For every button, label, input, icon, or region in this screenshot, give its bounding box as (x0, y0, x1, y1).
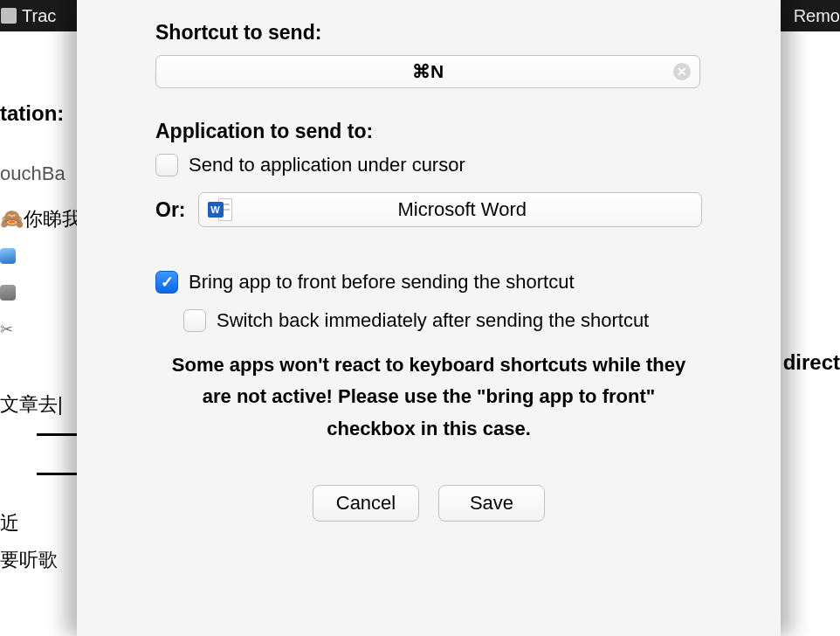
scissors-icon: ✂ (0, 320, 13, 339)
dialog-sheet: Shortcut to send: ⌘N ✕ Application to se… (77, 0, 781, 636)
bg-label-tation: tation: (0, 101, 64, 126)
switch-back-row[interactable]: Switch back immediately after sending th… (183, 309, 702, 332)
switch-back-label: Switch back immediately after sending th… (217, 309, 649, 332)
titlebar-left-text: Trac (22, 6, 56, 26)
application-picker[interactable]: W Microsoft Word (198, 192, 703, 227)
save-button[interactable]: Save (438, 485, 545, 522)
warning-note: Some apps won't react to keyboard shortc… (155, 349, 702, 445)
bring-front-label: Bring app to front before sending the sh… (189, 271, 575, 294)
bg-blue-icon (0, 248, 16, 264)
bring-front-row[interactable]: Bring app to front before sending the sh… (155, 271, 702, 294)
or-row: Or: W Microsoft Word (155, 192, 702, 227)
bg-rule (37, 433, 77, 436)
or-label: Or: (155, 198, 186, 222)
app-header: Application to send to: (155, 120, 702, 143)
bg-row-4: 要听歌 (0, 547, 58, 573)
word-icon: W (208, 198, 232, 221)
application-name: Microsoft Word (232, 198, 693, 221)
dialog-content: Shortcut to send: ⌘N ✕ Application to se… (77, 0, 781, 522)
send-under-cursor-checkbox[interactable] (155, 154, 178, 176)
switch-back-checkbox[interactable] (183, 309, 206, 332)
send-under-cursor-row[interactable]: Send to application under cursor (155, 154, 702, 176)
bg-rule (37, 473, 77, 475)
bg-label-ouchba: ouchBa (0, 162, 65, 185)
clear-icon[interactable]: ✕ (673, 63, 691, 80)
shortcut-input[interactable]: ⌘N ✕ (155, 55, 700, 88)
shortcut-value: ⌘N (412, 61, 444, 82)
button-row: Cancel Save (155, 485, 702, 522)
bring-front-checkbox[interactable] (155, 271, 178, 294)
cancel-button[interactable]: Cancel (313, 485, 419, 522)
shortcut-header: Shortcut to send: (155, 21, 702, 45)
bg-row-1: 🙈你睇我 (0, 206, 81, 232)
send-under-cursor-label: Send to application under cursor (189, 154, 465, 176)
titlebar-right-text: Remo (794, 6, 840, 26)
titlebar-left: Trac (0, 0, 56, 31)
titlebar-right: Remo (794, 0, 840, 31)
bg-row-3: 近 (0, 510, 19, 536)
bg-gray-icon (0, 285, 16, 301)
bg-row-2: 文章去| (0, 391, 63, 418)
bg-label-direct: direct (783, 350, 840, 375)
app-icon (1, 8, 17, 24)
